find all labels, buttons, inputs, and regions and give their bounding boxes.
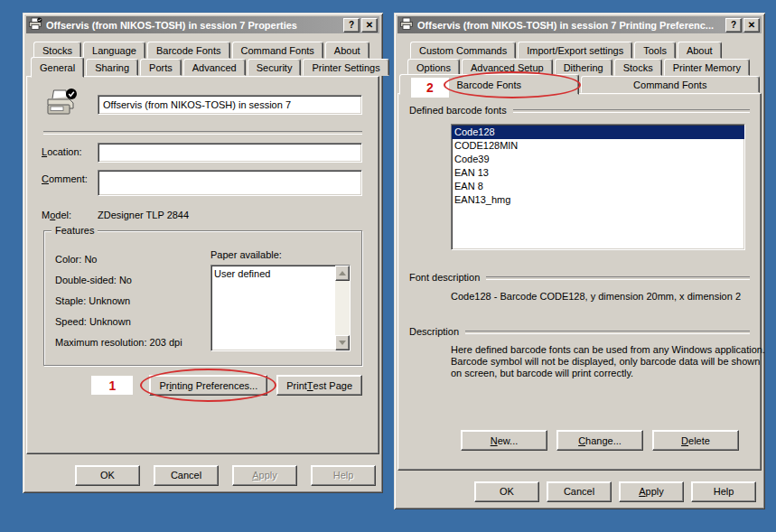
tab[interactable]: Command Fonts — [232, 42, 323, 59]
feature-list: Color: NoDouble-sided: NoStaple: Unknown… — [55, 249, 210, 358]
feature-item: Color: No — [55, 249, 210, 270]
help-button[interactable]: Help — [691, 481, 756, 502]
location-input[interactable] — [98, 143, 362, 163]
help-button: Help — [311, 465, 376, 486]
paper-available-label: Paper available: — [210, 249, 351, 265]
titlebar: Offservis (from NIKOS-TOSH) in session 7… — [397, 16, 762, 33]
paper-listbox[interactable]: User defined — [210, 265, 351, 351]
ok-button[interactable]: OK — [75, 465, 140, 486]
arrow-up-icon — [339, 271, 346, 275]
tab[interactable]: Printer Settings — [303, 59, 388, 76]
tab-strip: Custom CommandsImport/Export settingsToo… — [397, 42, 762, 93]
feature-item: Speed: Unknown — [55, 312, 210, 332]
titlebar-help-button[interactable]: ? — [343, 18, 360, 33]
cancel-button[interactable]: Cancel — [154, 465, 219, 486]
feature-item: Staple: Unknown — [55, 291, 210, 312]
feature-item: Double-sided: No — [55, 270, 210, 291]
printer-icon-large — [42, 88, 98, 122]
scroll-up-button[interactable] — [335, 266, 350, 281]
ok-button[interactable]: OK — [474, 481, 539, 502]
scrollbar-track[interactable] — [335, 281, 350, 335]
apply-button: Apply — [232, 465, 297, 486]
printer-icon — [399, 17, 414, 33]
tab[interactable]: Language — [83, 42, 145, 59]
printing-preferences-dialog: 2 Offservis (from NIKOS-TOSH) in session… — [394, 13, 765, 509]
dialog-title: Offservis (from NIKOS-TOSH) in session 7… — [417, 20, 722, 31]
print-test-page-button[interactable]: Print Test Page — [276, 375, 362, 396]
location-label: Location: — [42, 143, 98, 157]
tab[interactable]: About — [325, 42, 369, 59]
tab[interactable]: General — [31, 57, 84, 78]
tab-row-front: GeneralSharingPortsAdvancedSecurityPrint… — [26, 59, 379, 76]
tab[interactable]: Sharing — [86, 59, 138, 76]
separator — [43, 131, 362, 135]
font-description-text: Code128 - Barcode CODE128, y dimension 2… — [451, 291, 750, 302]
tab[interactable]: Security — [248, 59, 302, 76]
features-legend: Features — [51, 225, 98, 236]
barcode-font-list[interactable]: Code128CODE128MINCode39EAN 13EAN 8EAN13_… — [451, 124, 745, 250]
tab-row-1: Custom CommandsImport/Export settingsToo… — [397, 42, 762, 59]
barcode-font-item[interactable]: Code128 — [452, 126, 744, 139]
scroll-down-button[interactable] — [335, 335, 350, 350]
tab[interactable]: Stocks — [614, 59, 662, 76]
desktop-background: { "colors": { "desktop_background": "#3A… — [0, 0, 776, 532]
tab[interactable]: Command Fonts — [581, 76, 761, 93]
paper-list: User defined — [211, 266, 335, 350]
features-group: Features Color: NoDouble-sided: NoStaple… — [43, 230, 362, 366]
tab[interactable]: Import/Export settings — [518, 42, 632, 59]
model-label: Model: — [42, 210, 98, 220]
printer-name-field[interactable]: Offservis (from NIKOS-TOSH) in session 7 — [98, 95, 362, 115]
comment-label: Comment: — [42, 170, 98, 184]
apply-button[interactable]: Apply — [619, 481, 684, 502]
close-icon[interactable]: ✕ — [743, 18, 760, 33]
change-button[interactable]: Change... — [556, 430, 643, 451]
model-value: ZDesigner TLP 2844 — [98, 210, 189, 220]
barcode-font-item[interactable]: EAN 8 — [452, 180, 744, 193]
tab[interactable]: Printer Memory — [664, 59, 750, 76]
printer-icon — [28, 17, 42, 33]
tab[interactable]: Ports — [140, 59, 182, 76]
comment-input[interactable] — [98, 170, 362, 196]
barcode-fonts-tab-panel: Defined barcode fonts Code128CODE128MINC… — [397, 93, 762, 471]
group-line — [486, 276, 750, 280]
barcode-font-item[interactable]: CODE128MIN — [452, 139, 744, 153]
dialog-title: Offservis (from NIKOS-TOSH) in session 7… — [46, 20, 340, 31]
properties-dialog: Offservis (from NIKOS-TOSH) in session 7… — [23, 13, 383, 493]
general-tab-panel: Offservis (from NIKOS-TOSH) in session 7… — [26, 76, 379, 454]
group-line — [465, 331, 750, 334]
tab[interactable]: Custom Commands — [410, 42, 516, 59]
tab[interactable]: Barcode Fonts — [147, 42, 230, 59]
description-text: Here defined barcode fonts can be used f… — [451, 344, 771, 379]
scrollbar[interactable] — [335, 266, 350, 350]
group-line — [513, 109, 750, 113]
tab[interactable]: About — [678, 42, 722, 59]
feature-item: Maximum resolution: 203 dpi — [55, 332, 210, 353]
arrow-down-icon — [339, 341, 346, 345]
barcode-font-item[interactable]: Code39 — [452, 153, 744, 166]
tab-strip: StocksLanguageBarcode FontsCommand Fonts… — [26, 42, 379, 76]
delete-button[interactable]: Delete — [652, 430, 739, 451]
barcode-font-item[interactable]: EAN13_hmg — [452, 193, 744, 207]
cancel-button[interactable]: Cancel — [547, 481, 612, 502]
font-description-header: Font description — [409, 272, 480, 283]
close-icon[interactable]: ✕ — [361, 18, 378, 33]
tab[interactable]: Tools — [634, 42, 676, 59]
barcode-font-item[interactable]: EAN 13 — [452, 166, 744, 180]
tab[interactable]: Advanced — [183, 59, 246, 76]
tab-row-3: Barcode FontsCommand Fonts — [397, 76, 762, 93]
paper-item[interactable]: User defined — [214, 267, 332, 280]
annotation-marker-1: 1 — [91, 376, 133, 395]
annotation-marker-2: 2 — [411, 78, 449, 98]
printer-name-value: Offservis (from NIKOS-TOSH) in session 7 — [103, 99, 291, 110]
printing-preferences-button[interactable]: Printing Preferences... — [149, 375, 267, 396]
new-button[interactable]: New... — [461, 430, 547, 451]
titlebar-help-button[interactable]: ? — [725, 18, 742, 33]
titlebar: Offservis (from NIKOS-TOSH) in session 7… — [26, 16, 379, 33]
description-header: Description — [409, 326, 459, 337]
defined-fonts-header: Defined barcode fonts — [409, 105, 507, 116]
